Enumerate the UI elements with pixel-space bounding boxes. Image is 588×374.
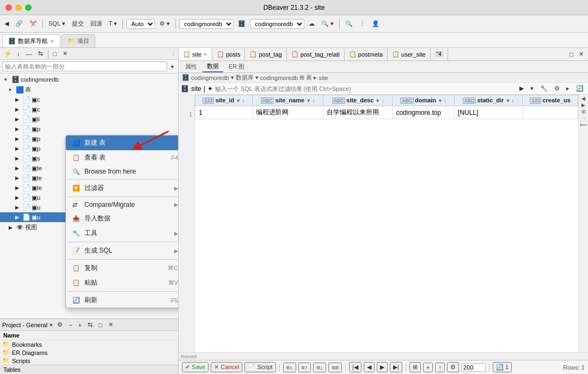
cell-site-id[interactable]: 1 <box>195 106 253 119</box>
refresh-count-btn[interactable]: 🔄 1 <box>493 362 512 372</box>
project-scripts[interactable]: 📁 Scripts <box>0 357 178 365</box>
db-dropdown[interactable]: codingmoredb <box>179 19 234 29</box>
sql-refresh-btn[interactable]: 🔄 <box>574 84 586 93</box>
export-btn[interactable]: ↑ <box>435 363 445 372</box>
cell-domain[interactable]: codingmore.top <box>393 106 455 119</box>
project-er-diagrams[interactable]: 📁 ER Diagrams <box>0 348 178 357</box>
filter-tree-btn[interactable]: — <box>24 50 34 58</box>
site-id-filter-icon[interactable]: ▼ ↕ <box>236 98 244 103</box>
menu-browse-here[interactable]: 🔍 Browse from here <box>66 165 179 178</box>
project-tab-close[interactable]: ✕ <box>49 322 53 328</box>
tree-item-c2[interactable]: ▶ 📄 ▣c <box>0 105 178 114</box>
sql-filter-btn[interactable]: ▾ <box>528 84 536 93</box>
col-create-us[interactable]: 123create_us <box>523 95 578 106</box>
rollback-btn[interactable]: 回滚 <box>88 19 105 29</box>
nav-sort4[interactable]: ≡≡ <box>328 363 342 372</box>
nav-tab[interactable]: 🗄️ 数据库导航 ✕ <box>2 34 60 47</box>
menu-compare[interactable]: ⇄ Compare/Migrate ▶ <box>66 198 179 211</box>
editor-tab-postmeta[interactable]: 📋 postmeta <box>345 48 388 60</box>
add-connection-btn[interactable]: ⚡ <box>2 50 13 58</box>
project-min-btn[interactable]: □ <box>96 321 105 329</box>
nav-sort3[interactable]: ≡↓ <box>313 363 326 372</box>
project-settings-btn[interactable]: ⚙ <box>55 320 65 329</box>
sub-tab-properties[interactable]: 属性 <box>181 62 201 72</box>
rs-btn2[interactable]: ▶ <box>581 102 585 108</box>
menu-import[interactable]: 📥 导入数据 <box>66 211 179 226</box>
tree-item-codingmoredb[interactable]: ▾ 🗄️ codingmoredb <box>0 75 178 84</box>
menu-refresh[interactable]: 🔄 刷新 F5 <box>66 293 179 308</box>
search-filter-btn[interactable]: ▾ <box>169 63 176 71</box>
maximize-button[interactable] <box>25 4 32 11</box>
row-limit-input[interactable] <box>461 363 486 372</box>
rs-btn3[interactable]: ⊞ <box>581 109 586 114</box>
db2-dropdown[interactable]: codingmoredb <box>250 19 304 29</box>
submit-btn[interactable]: 提交 <box>70 19 86 29</box>
editor-tab-post-tag[interactable]: 📋 post_tag <box>245 48 286 60</box>
editor-tab-site[interactable]: 📋 site ✕ <box>179 48 212 60</box>
tree-item-c1[interactable]: ▶ 📄 ▣c <box>0 95 178 105</box>
sql-filter-input[interactable] <box>215 85 515 92</box>
cloud-btn[interactable]: ☁ <box>307 19 317 28</box>
settings-bot-btn[interactable]: ⚙ <box>447 362 459 372</box>
editor-tab-user-site[interactable]: 📋 user_site <box>388 48 431 60</box>
auto-dropdown[interactable]: Auto <box>126 19 155 29</box>
last-btn[interactable]: ▶| <box>390 362 402 372</box>
close-panel-btn[interactable]: ✕ <box>577 50 586 59</box>
editor-tab-posts[interactable]: 📋 posts <box>212 48 245 60</box>
more-left-btn[interactable]: ⋮ <box>171 51 176 57</box>
site-desc-filter-icon[interactable]: ▼ ↕ <box>375 98 384 103</box>
col-static-dir[interactable]: ABCstatic_dir ▼ ↕ <box>455 95 523 106</box>
menu-generate-sql[interactable]: 📝 生成 SQL ▶ <box>66 243 179 258</box>
project-bookmarks[interactable]: 📁 Bookmarks <box>0 340 178 348</box>
copy-rows-btn[interactable]: ⊞ <box>409 362 421 372</box>
next-btn[interactable]: ▶ <box>377 362 388 372</box>
tree-search-input[interactable] <box>2 62 167 71</box>
sql-arrow-right[interactable]: ▸ <box>564 84 572 93</box>
editor-tab-post-tag-relati[interactable]: 📋 post_tag_relati <box>287 48 345 60</box>
menu-paste[interactable]: 📋 粘贴 ⌘V <box>66 275 179 290</box>
sql-run-btn[interactable]: ▶ <box>517 84 526 93</box>
close-left[interactable]: ✕ <box>60 49 70 58</box>
add-row-btn[interactable]: + <box>423 363 433 372</box>
sql-clear-btn[interactable]: 🔧 <box>538 84 550 93</box>
static-dir-filter-icon[interactable]: ▼ ↕ <box>505 98 514 103</box>
db-icon-btn[interactable]: 🗄️ <box>236 19 248 28</box>
back-btn[interactable]: ◀ <box>2 19 11 28</box>
cancel-btn[interactable]: ✕ Cancel <box>211 362 242 372</box>
cell-site-desc[interactable]: 自学编程以来所用 <box>323 106 393 119</box>
script-btn[interactable]: 📄 Script <box>244 362 275 372</box>
close-button[interactable] <box>5 4 12 11</box>
nav-sort2[interactable]: ≡↑ <box>298 363 311 372</box>
cell-site-name[interactable]: 编程进阶网 <box>252 106 323 119</box>
cell-create-us[interactable] <box>523 106 578 119</box>
col-site-name[interactable]: ABCsite_name ▼ ↕ <box>252 95 323 106</box>
rs-btn4[interactable]: → <box>581 115 586 121</box>
save-btn[interactable]: ✔ Save <box>182 362 209 372</box>
nav-tab-close[interactable]: ✕ <box>50 39 54 44</box>
tree-item-p1[interactable]: ▶ 📄 ▣p <box>0 124 178 134</box>
project-minus-btn[interactable]: − <box>66 321 74 329</box>
tool-btn1[interactable]: ✂️ <box>27 19 39 28</box>
user-avatar[interactable]: 👤 <box>370 19 382 28</box>
settings-btn[interactable]: ⚙ ▾ <box>157 19 172 28</box>
tree-item-li[interactable]: ▶ 📄 ▣li <box>0 114 178 124</box>
rs-btn1[interactable]: ◀ <box>581 96 585 101</box>
menu-tools[interactable]: 🔧 工具 ▶ <box>66 226 179 241</box>
more-btn[interactable]: ⋮ <box>357 19 367 28</box>
format-btn[interactable]: T ▾ <box>107 19 120 28</box>
cell-static-dir[interactable]: [NULL] <box>455 106 523 119</box>
minimize-left[interactable]: □ <box>51 50 59 58</box>
nav-sort1[interactable]: ≡↕ <box>283 363 296 372</box>
menu-copy[interactable]: 📋 复制 ⌘C <box>66 261 179 275</box>
minimize-panel-btn[interactable]: □ <box>567 50 575 59</box>
project-tab[interactable]: 📁 项目 <box>62 34 95 47</box>
rs-btn5[interactable]: ⟵ <box>580 122 587 127</box>
sql-settings-btn2[interactable]: ⚙ <box>552 84 562 93</box>
editor-tab-num[interactable]: "4 <box>431 48 448 60</box>
minimize-button[interactable] <box>15 4 22 11</box>
table-row[interactable]: 1 编程进阶网 自学编程以来所用 codingmore.top [NULL] <box>195 106 578 119</box>
collapse-btn[interactable]: ↕ <box>15 50 22 58</box>
search-toolbar-btn[interactable]: 🔍 ▾ <box>319 19 336 28</box>
find-btn[interactable]: 🔍 <box>343 19 355 28</box>
nav-btn[interactable]: 🔗 <box>13 19 25 28</box>
